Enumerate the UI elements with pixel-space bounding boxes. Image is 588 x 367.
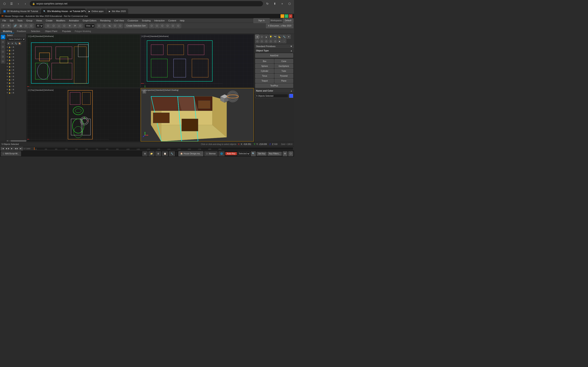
percent-snap-btn[interactable]: % [107,24,112,28]
color-all-btn[interactable]: 🎨 [18,42,21,45]
tab-online-apps[interactable]: ▶ Online apps [86,8,106,14]
rp-btn8[interactable]: ✦ [287,35,291,39]
list-item[interactable]: 👁 🔒 ⬡ B [6,55,26,58]
list-item[interactable]: 👁 🔒 ⬡ B [6,85,26,88]
tab-modeling[interactable]: Modeling [1,30,14,33]
undo-btn[interactable]: ↺ [1,24,6,28]
layer-btn[interactable]: ⬡ [155,24,159,28]
menu-create[interactable]: Create [44,19,54,22]
viewport-left[interactable]: [+] [Left] [Standard] [Wireframe] [27,34,140,88]
back-button[interactable]: ⬡ [2,1,7,7]
prev-frame-btn[interactable]: ◄◄ [5,147,9,151]
menu-interactive[interactable]: Interactive [153,19,166,22]
next-frame-btn[interactable]: ◄► [14,147,18,151]
menu-group[interactable]: Group [25,19,34,22]
list-item[interactable]: 👁 🔒 ⬡ B [6,45,26,49]
list-item[interactable]: 👁 🔒 ⬡ B [6,78,26,81]
menu-modifiers[interactable]: Modifiers [54,19,67,22]
tube-btn[interactable]: Tube [274,69,293,73]
pyramid-btn[interactable]: Pyramid [274,74,293,78]
schematic-view-btn[interactable]: ⬡ [171,24,175,28]
file-path-btn[interactable]: X:\Documen...s Max 2020 [266,24,293,28]
list-item[interactable]: 👁 🔒 ⬡ B [6,72,26,75]
list-item[interactable]: 👁 🔒 ⬡ B [6,88,26,91]
list-item[interactable]: 👁 🔒 ⬡ B [6,52,26,55]
display-btn[interactable]: ⬡ [1,54,5,59]
menu-content[interactable]: Content [167,19,178,22]
menu-rendering[interactable]: Rendering [99,19,112,22]
create-panel-btn[interactable]: ⊕ [1,35,5,39]
utilities-btn[interactable]: ⬡ [1,59,5,64]
tab-3ds-modeling[interactable]: 🔍 3Ds Modeling House - w/ Tutorial (MTV … [41,8,86,14]
tab-populate[interactable]: Populate [60,30,73,33]
sign-in-button[interactable]: Sign In [253,18,270,23]
render-all-btn[interactable]: 🔧 [14,42,17,45]
scale-btn[interactable]: ⬡ [78,24,83,28]
select-region-btn[interactable]: ⬡ [51,24,56,28]
rp-btn11[interactable]: ⬡ [264,39,268,43]
share-button[interactable]: ⬆ [272,1,278,7]
color-clip-btn[interactable]: ⬡ [176,24,181,28]
align-btn[interactable]: ⬡ [149,24,154,28]
menu-views[interactable]: Views [35,19,44,22]
cone-btn[interactable]: Cone [274,59,293,63]
list-item[interactable]: 👁 🔒 ⬡ B [6,81,26,85]
last-frame-btn[interactable]: ►| [19,147,23,151]
redo-btn[interactable]: ↻ [6,24,11,28]
list-item[interactable]: 👁 🔒 ⬡ B [6,68,26,72]
rect-select-btn[interactable]: □ [57,24,61,28]
list-item[interactable]: 👁 🔒 ⬡ B [6,49,26,52]
rp-modify-btn[interactable]: ⬡ [260,35,264,39]
geosphere-btn[interactable]: GeoSphere [274,64,293,68]
tab-object-paint[interactable]: Object Paint [43,30,60,33]
object-type-section-header[interactable]: Object Type ▲ [254,49,294,53]
menu-edit[interactable]: Edit [8,19,15,22]
minimize-win-btn[interactable]: ☰ [9,1,14,7]
menu-file[interactable]: File [1,19,8,22]
teapot-btn[interactable]: Teapot [255,78,274,83]
scrollbar-horizontal[interactable] [9,140,24,142]
sphere-btn[interactable]: Sphere [255,64,274,68]
settings-key-btn[interactable]: ⚙ [283,151,287,156]
notes-btn[interactable]: 📋 [162,151,168,156]
forward-button[interactable]: ‹ [16,1,21,7]
fence-select-btn[interactable]: ⬡ [62,24,67,28]
rp-btn15[interactable]: ◦ [282,39,286,43]
view-selector[interactable]: View [85,24,95,28]
viewport-front[interactable]: [+] [Front] [Standard] [Wireframe] [141,34,254,88]
viewport-top[interactable]: [+] [Top] [Standard] [Wireframe] [27,88,140,142]
name-and-color-section-header[interactable]: Name and Color ▲ [254,89,294,93]
menu-civil-view[interactable]: Civil View [112,19,125,22]
house-design-task-btn[interactable]: 🏠 House Design.ma... [178,151,203,156]
create-selection-btn[interactable]: Create Selection Se▾ [125,24,147,28]
time-config-btn[interactable]: ⬡ [288,151,293,156]
spinner-snap-btn[interactable]: ⬡ [112,24,117,28]
maxscript-btn[interactable]: ⬡ MAXScript Mi... [1,151,21,156]
selected-dropdown[interactable]: Selected [238,152,250,156]
rp-btn14[interactable]: ► [278,39,282,43]
unlink-btn[interactable]: ⛓ [18,24,23,28]
rp-display-btn[interactable]: 📷 [273,35,277,39]
snaps-btn[interactable]: ⬡ [96,24,102,28]
menu-customize[interactable]: Customize [126,19,140,22]
start-button[interactable]: ⊞ [142,151,148,156]
modify-panel-btn[interactable]: ⬡ [1,40,5,44]
reload-button[interactable]: ↻ [265,1,270,7]
cylinder-btn[interactable]: Cylinder [255,69,274,73]
settings-btn[interactable]: 🔧 [169,151,175,156]
vis-all-btn[interactable]: 👁 [7,42,10,45]
rp-motion-btn[interactable]: 💡 [269,35,273,39]
menu-help[interactable]: Help [178,19,186,22]
list-item[interactable]: 👁 🔒 ⬡ B [6,58,26,62]
select-object-btn[interactable]: ⬡ [45,24,51,28]
object-name-input[interactable] [255,94,288,98]
rp-btn10[interactable]: ⬡ [260,39,264,43]
tab-3d-modeling[interactable]: 🟦 3D Modeling House W/ Tutorial [1,8,40,14]
new-tab-button[interactable]: + [279,1,285,7]
move-btn[interactable]: ✛ [67,24,72,28]
rp-hierarchy-btn[interactable]: ▲ [264,35,268,39]
standard-primitives-dropdown[interactable]: Standard Primitives ▼ [254,44,294,49]
menu-animation[interactable]: Animation [67,19,81,22]
search-key-btn[interactable]: 🔍 [251,151,256,156]
filter-dropdown[interactable]: All [35,24,43,28]
